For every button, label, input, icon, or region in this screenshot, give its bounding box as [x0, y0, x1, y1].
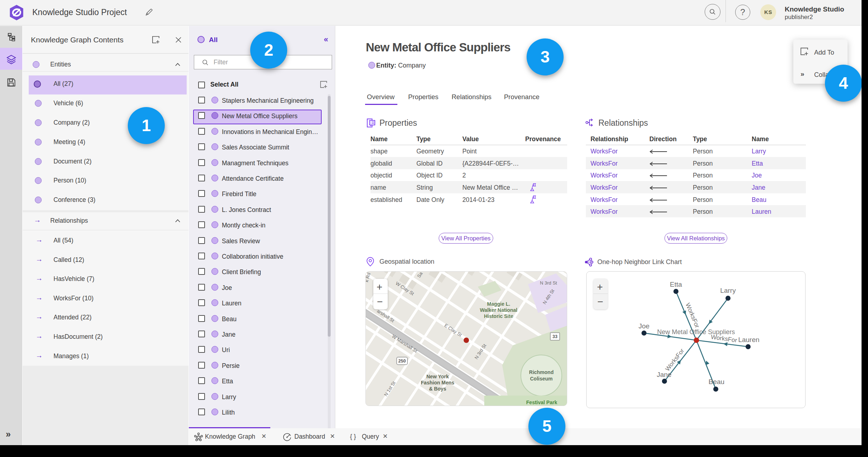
- svg-text:250: 250: [398, 359, 406, 364]
- svg-text:& Boys: & Boys: [429, 386, 446, 392]
- svg-text:New Metal Office Suppliers: New Metal Office Suppliers: [657, 328, 735, 336]
- svg-text:Beau: Beau: [709, 378, 724, 386]
- svg-text:WorksFor: WorksFor: [684, 302, 701, 329]
- svg-text:Fashion Mens: Fashion Mens: [421, 380, 454, 386]
- svg-text:Joe: Joe: [639, 322, 650, 330]
- svg-text:Lauren: Lauren: [738, 336, 759, 343]
- svg-text:Coliseum: Coliseum: [530, 376, 552, 382]
- svg-text:Etta: Etta: [670, 281, 682, 288]
- svg-text:Maggie L.: Maggie L.: [487, 301, 510, 307]
- svg-text:Larry: Larry: [720, 287, 736, 294]
- svg-text:New York: New York: [426, 374, 449, 379]
- svg-text:Walker National: Walker National: [480, 307, 518, 313]
- svg-text:N 3rd St: N 3rd St: [540, 280, 557, 286]
- svg-text:Historic Site: Historic Site: [484, 313, 513, 319]
- svg-text:Richmond: Richmond: [529, 369, 554, 375]
- svg-text:33: 33: [552, 334, 557, 339]
- svg-text:Festival Park: Festival Park: [526, 400, 557, 405]
